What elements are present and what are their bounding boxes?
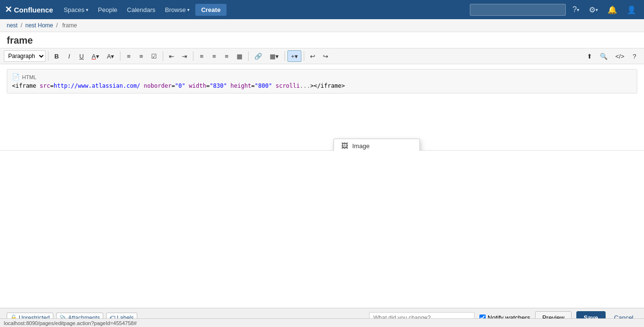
settings-icon[interactable]: ⚙▾	[586, 3, 601, 16]
insert-dropdown-menu: 🖼 Image 🔗 Link 📎 Attachment Ω Symbol ☺ E…	[334, 139, 420, 151]
top-navigation: ✕ Confluence Spaces ▾ People Calendars B…	[0, 0, 644, 19]
html-block-header: 📄 HTML	[12, 73, 632, 81]
breadcrumb-sep2: /	[56, 22, 58, 29]
editor-area[interactable]: 📄 HTML <iframe src=http://www.atlassian.…	[0, 64, 644, 151]
font-size-button[interactable]: A▾	[104, 50, 118, 62]
page-title-input[interactable]	[7, 35, 637, 46]
redo-button[interactable]: ↪	[320, 50, 332, 62]
align-center-button[interactable]: ≡	[208, 50, 220, 62]
search-button[interactable]: 🔍	[596, 50, 611, 62]
toolbar-separator-3	[163, 51, 163, 61]
browse-chevron-icon: ▾	[187, 7, 190, 12]
table-button[interactable]: ▦▾	[266, 50, 282, 62]
numbered-list-button[interactable]: ≡	[135, 50, 147, 62]
insert-plus-button[interactable]: +▾	[287, 50, 301, 62]
spaces-chevron-icon: ▾	[86, 7, 88, 12]
paragraph-style-select[interactable]: Paragraph	[4, 50, 46, 62]
search-input[interactable]	[470, 4, 566, 16]
toolbar-separator-5	[248, 51, 249, 61]
task-list-button[interactable]: ☑	[148, 50, 160, 62]
browse-menu[interactable]: Browse ▾	[161, 4, 193, 15]
align-left-button[interactable]: ≡	[196, 50, 207, 62]
html-file-icon: 📄	[12, 73, 20, 81]
image-icon: 🖼	[341, 142, 348, 150]
indent-button[interactable]: ⇥	[179, 50, 191, 62]
outdent-button[interactable]: ⇤	[166, 50, 178, 62]
search-area: ?▾ ⚙▾ 🔔 👤	[470, 3, 639, 16]
editor-toolbar: Paragraph B I U A▾ A▾ ≡ ≡ ☑ ⇤ ⇥ ≡ ≡ ≡ ▦ …	[0, 48, 644, 64]
breadcrumb-nest[interactable]: nest	[7, 22, 18, 29]
toolbar-separator-4	[193, 51, 193, 61]
people-link[interactable]: People	[94, 4, 121, 15]
html-code: <iframe src=http://www.atlassian.com/ no…	[12, 82, 632, 89]
confluence-logo-text: Confluence	[14, 6, 53, 14]
notifications-icon[interactable]: 🔔	[605, 3, 620, 16]
collapse-button[interactable]: ⬆	[584, 50, 596, 62]
html-block: 📄 HTML <iframe src=http://www.atlassian.…	[7, 69, 637, 93]
breadcrumb: nest / nest Home / frame	[0, 19, 644, 32]
html-block-label: HTML	[22, 74, 36, 80]
help-toolbar-button[interactable]: ?	[629, 50, 640, 62]
text-color-button[interactable]: A▾	[88, 50, 103, 62]
bullet-list-button[interactable]: ≡	[123, 50, 134, 62]
create-button[interactable]: Create	[195, 4, 226, 16]
help-icon[interactable]: ?▾	[570, 3, 582, 16]
calendars-link[interactable]: Calendars	[123, 4, 159, 15]
toolbar-separator-2	[120, 51, 120, 61]
dropdown-item-image[interactable]: 🖼 Image	[334, 139, 419, 151]
underline-button[interactable]: U	[76, 50, 87, 62]
breadcrumb-sep1: /	[21, 22, 22, 29]
confluence-x-icon: ✕	[5, 4, 12, 15]
toolbar-separator-6	[285, 51, 285, 61]
spaces-menu[interactable]: Spaces ▾	[60, 4, 92, 15]
undo-button[interactable]: ↩	[307, 50, 319, 62]
confluence-logo[interactable]: ✕ Confluence	[5, 4, 53, 15]
italic-button[interactable]: I	[63, 50, 75, 62]
toolbar-separator-7	[304, 51, 304, 61]
toolbar-separator-1	[48, 51, 48, 61]
align-justify-button[interactable]: ▦	[233, 50, 246, 62]
breadcrumb-nest-home[interactable]: nest Home	[25, 22, 53, 29]
page-title-bar	[0, 32, 644, 48]
user-avatar[interactable]: 👤	[624, 3, 639, 16]
align-right-button[interactable]: ≡	[221, 50, 232, 62]
bold-button[interactable]: B	[51, 50, 62, 62]
breadcrumb-current: frame	[62, 22, 77, 29]
html-source-button[interactable]: </>	[612, 50, 628, 62]
link-button[interactable]: 🔗	[251, 50, 265, 62]
